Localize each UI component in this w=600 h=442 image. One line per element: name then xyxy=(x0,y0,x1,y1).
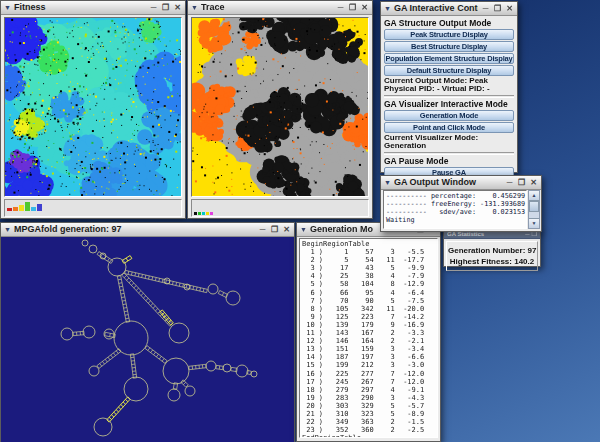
scrollbar-thumb[interactable] xyxy=(529,201,539,212)
generation-monitor-window: ▼ Generation Mo ─ ❐ ✕ BeginRegionTable 1… xyxy=(296,222,441,442)
separator xyxy=(384,95,514,98)
legend-swatch xyxy=(206,212,209,215)
close-icon[interactable]: ✕ xyxy=(173,3,182,13)
minimize-icon[interactable]: ─ xyxy=(258,225,267,235)
trace-color-legend xyxy=(194,212,213,215)
fitness-heatmap[interactable] xyxy=(5,18,181,196)
legend-swatch xyxy=(202,212,205,215)
maximize-icon[interactable]: ❐ xyxy=(517,178,526,188)
fitness-titlebar[interactable]: ▼ Fitness ─ ❐ ✕ xyxy=(1,1,185,15)
close-icon[interactable]: ✕ xyxy=(282,225,291,235)
fitness-window: ▼ Fitness ─ ❐ ✕ xyxy=(0,0,186,219)
controls-titlebar[interactable]: ▼ GA Interactive Controls ─ ❐ ✕ xyxy=(381,2,517,16)
trace-window: ▼ Trace ─ ❐ ✕ xyxy=(187,0,373,219)
scroll-up-icon[interactable]: ▲ xyxy=(529,191,539,201)
section-label-structure-output: GA Structure Output Mode xyxy=(384,19,514,28)
structure-output-buttons: Peak Structure DisplayBest Structure Dis… xyxy=(384,29,514,76)
ga-statistics-window: GA Statistics ─ ❐ Generation Number: 97 … xyxy=(443,229,541,267)
region-table-panel: BeginRegionTable 1 ) 1 57 3 -5.5 2 ) 5 5… xyxy=(299,238,438,438)
output-log-panel: ---------- percentage: 0.456299 --------… xyxy=(383,190,527,229)
minimize-icon[interactable]: ─ xyxy=(481,4,490,14)
minimize-icon[interactable]: ─ xyxy=(336,3,345,13)
close-icon[interactable]: ✕ xyxy=(505,4,514,14)
statistics-panel: Generation Number: 97 Highest Fitness: 1… xyxy=(446,241,538,271)
legend-swatch xyxy=(194,212,197,215)
rna-canvas-area xyxy=(1,237,294,442)
scroll-down-icon[interactable]: ▼ xyxy=(529,218,539,228)
output-titlebar[interactable]: ▼ GA Output Window ─ ❐ ✕ xyxy=(381,176,541,190)
desktop: ▼ Fitness ─ ❐ ✕ ▼ Trace ─ ❐ ✕ ▼ xyxy=(0,0,600,442)
fitness-color-legend xyxy=(7,197,43,215)
trace-legend-strip xyxy=(191,199,369,217)
generation-number-text: Generation Number: 97 xyxy=(448,245,536,256)
section-label-visualizer-mode: GA Visualizer Interactive Mode xyxy=(384,100,514,109)
window-menu-icon[interactable]: ▼ xyxy=(4,1,11,14)
legend-swatch xyxy=(210,212,213,215)
fitness-legend-strip xyxy=(4,199,182,217)
output-scrollbar[interactable]: ▲ ▼ xyxy=(528,190,540,229)
trace-map-frame xyxy=(191,17,369,197)
close-icon[interactable]: ✕ xyxy=(360,3,369,13)
window-menu-icon[interactable]: ▼ xyxy=(300,223,307,236)
status-line: Current Visualizer Mode: Generation xyxy=(384,134,514,150)
maximize-icon[interactable]: ❐ xyxy=(493,4,502,14)
button-population-element-structure-display[interactable]: Population Element Structure Display xyxy=(384,53,514,64)
window-menu-icon[interactable]: ▼ xyxy=(191,1,198,14)
maximize-icon[interactable]: ❐ xyxy=(348,3,357,13)
window-title: GA Interactive Controls xyxy=(394,2,478,15)
legend-swatch xyxy=(198,212,201,215)
button-generation-mode[interactable]: Generation Mode xyxy=(384,110,514,121)
window-title: Fitness xyxy=(14,1,146,14)
fitness-map-frame xyxy=(4,17,182,197)
ga-output-window: ▼ GA Output Window ─ ❐ ✕ ---------- perc… xyxy=(380,175,542,232)
controls-content: GA Structure Output Mode Peak Structure … xyxy=(381,16,517,192)
button-point-and-click-mode[interactable]: Point and Click Mode xyxy=(384,122,514,133)
mpgafold-window: ▼ MPGAfold generation: 97 ─ ❐ ✕ xyxy=(0,222,295,442)
window-menu-icon[interactable]: ▼ xyxy=(384,2,391,15)
maximize-icon[interactable]: ❐ xyxy=(161,3,170,13)
trace-heatmap[interactable] xyxy=(192,18,368,196)
button-best-structure-display[interactable]: Best Structure Display xyxy=(384,41,514,52)
separator xyxy=(384,152,514,155)
window-title: MPGAfold generation: 97 xyxy=(14,223,255,236)
mpgafold-titlebar[interactable]: ▼ MPGAfold generation: 97 ─ ❐ ✕ xyxy=(1,223,294,237)
window-title: GA Output Window xyxy=(394,176,502,189)
window-title: Trace xyxy=(201,1,333,14)
trace-titlebar[interactable]: ▼ Trace ─ ❐ ✕ xyxy=(188,1,372,15)
highest-fitness-text: Highest Fitness: 140.2 xyxy=(448,256,536,267)
window-menu-icon[interactable]: ▼ xyxy=(4,223,11,236)
rna-structure xyxy=(1,237,294,442)
visualizer-mode-status: Current Visualizer Mode: Generation xyxy=(384,134,514,150)
button-default-structure-display[interactable]: Default Structure Display xyxy=(384,65,514,76)
status-line: Physical PID: - Virtual PID: - xyxy=(384,85,514,93)
output-log-text: ---------- percentage: 0.456299 --------… xyxy=(386,192,524,224)
minimize-icon[interactable]: ─ xyxy=(505,178,514,188)
button-peak-structure-display[interactable]: Peak Structure Display xyxy=(384,29,514,40)
close-icon[interactable]: ✕ xyxy=(529,178,538,188)
window-menu-icon[interactable]: ▼ xyxy=(384,176,391,189)
maximize-icon[interactable]: ❐ xyxy=(270,225,279,235)
region-table-text: BeginRegionTable 1 ) 1 57 3 -5.5 2 ) 5 5… xyxy=(302,240,435,438)
minimize-icon[interactable]: ─ xyxy=(149,3,158,13)
structure-output-status: Current Output Mode: PeakPhysical PID: -… xyxy=(384,77,514,93)
visualizer-mode-buttons: Generation ModePoint and Click Mode xyxy=(384,110,514,133)
section-label-pause-mode: GA Pause Mode xyxy=(384,157,514,166)
ga-interactive-controls-window: ▼ GA Interactive Controls ─ ❐ ✕ GA Struc… xyxy=(380,1,518,173)
